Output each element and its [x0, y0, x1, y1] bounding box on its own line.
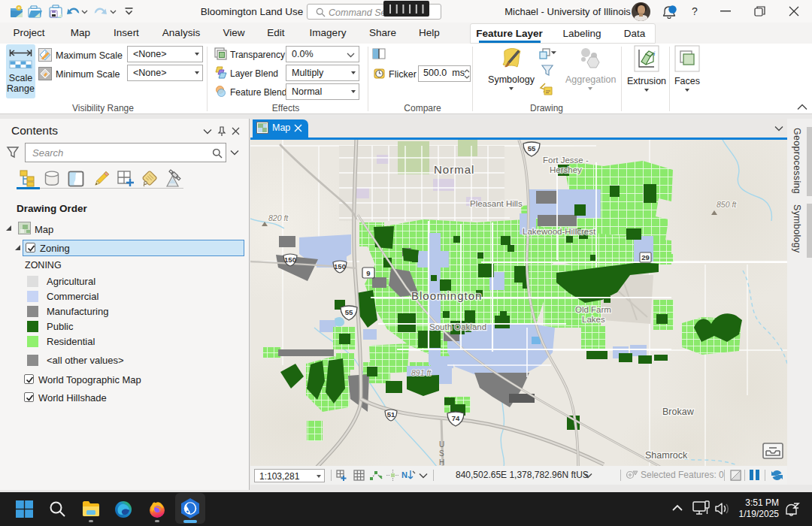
svg-text:U: U	[439, 440, 444, 449]
svg-text:Old Farm: Old Farm	[575, 305, 611, 314]
svg-text:S: S	[439, 449, 444, 458]
svg-text:74: 74	[452, 414, 460, 422]
svg-text:Lakes: Lakes	[582, 315, 605, 324]
svg-text:South Oakland: South Oakland	[429, 322, 486, 331]
svg-text:150: 150	[334, 262, 346, 271]
svg-text:N: N	[401, 470, 408, 479]
svg-text:Fort Jesse -: Fort Jesse -	[543, 156, 589, 165]
svg-text:Normal: Normal	[434, 163, 474, 176]
svg-text:H: H	[439, 458, 444, 466]
svg-text:55: 55	[345, 308, 353, 316]
svg-text:9: 9	[366, 269, 370, 277]
svg-text:820 ft: 820 ft	[268, 213, 289, 222]
svg-text:891 ft: 891 ft	[411, 368, 432, 377]
svg-text:Pleasant Hills: Pleasant Hills	[470, 199, 523, 208]
svg-text:Lakewood-Hillcrest: Lakewood-Hillcrest	[523, 227, 596, 236]
svg-text:850 ft: 850 ft	[717, 200, 737, 209]
svg-text:55: 55	[528, 144, 536, 153]
svg-text:Hershey: Hershey	[550, 165, 582, 174]
svg-text:51: 51	[387, 410, 395, 419]
svg-text:29: 29	[641, 253, 650, 261]
svg-text:Shamrock: Shamrock	[645, 450, 688, 461]
svg-text:150: 150	[284, 255, 296, 264]
svg-text:Bloomington: Bloomington	[411, 289, 482, 302]
svg-text:Brokaw: Brokaw	[662, 407, 695, 417]
